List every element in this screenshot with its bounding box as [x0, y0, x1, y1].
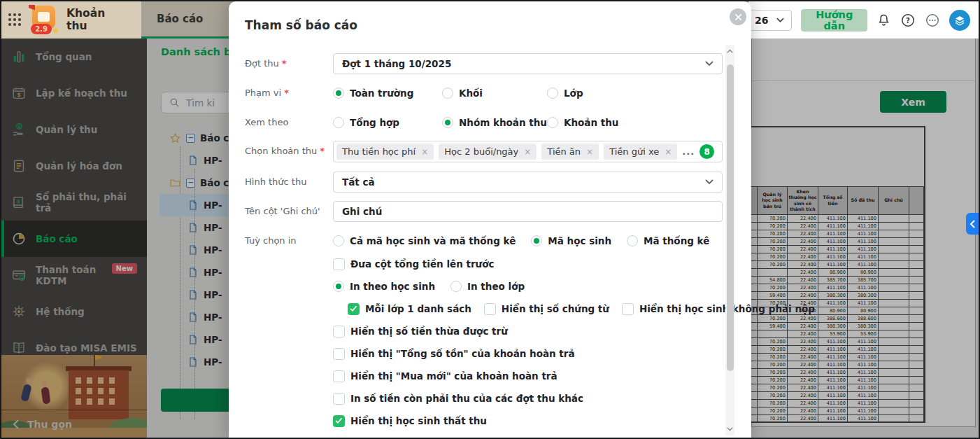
- checkbox-option[interactable]: Hiển thị "Mua mới" của khoản hoàn trả: [333, 366, 558, 386]
- chevron-down-icon: [705, 61, 713, 67]
- checkbox-option[interactable]: Hiển thị "Tổng số tồn" của khoản hoàn tr…: [333, 344, 575, 363]
- radio-option[interactable]: Mã học sinh: [531, 235, 611, 246]
- chevron-down-icon: [776, 18, 784, 23]
- tab-bao-cao[interactable]: Báo cáo: [141, 1, 218, 36]
- radio-option[interactable]: Tổng hợp: [333, 117, 442, 128]
- radio-icon: [627, 235, 638, 246]
- remove-tag-icon[interactable]: ×: [421, 147, 428, 157]
- radio-label: In theo lớp: [467, 281, 525, 292]
- field-label: Phạm vi: [245, 88, 281, 98]
- radio-icon: [547, 117, 558, 128]
- field-label: Hình thức thu: [245, 172, 306, 193]
- checkbox-icon: [333, 258, 345, 270]
- app-title: Khoản thu: [66, 8, 121, 33]
- tag-chip[interactable]: Học 2 buổi/ngày×: [439, 144, 537, 160]
- pham-vi-radio-group: Toàn trườngKhốiLớp: [333, 83, 723, 103]
- radio-option[interactable]: In theo lớp: [450, 281, 525, 292]
- print-by-radio-group: In theo học sinhIn theo lớp: [333, 277, 525, 296]
- chevron-down-icon: [705, 179, 713, 185]
- checkbox-icon: [333, 393, 345, 405]
- checkbox-label: Mỗi lớp 1 danh sách: [365, 303, 471, 314]
- tag-chip[interactable]: Thu tiền học phí×: [336, 144, 434, 160]
- scrollbar-thumb[interactable]: [727, 64, 734, 371]
- checkbox-icon: [484, 303, 496, 315]
- xem-theo-radio-group: Tổng hợpNhóm khoản thuKhoản thu: [333, 113, 723, 132]
- radio-option[interactable]: Toàn trường: [333, 88, 442, 99]
- radio-label: Toàn trường: [350, 88, 413, 99]
- guide-button[interactable]: Hướng dẫn: [801, 9, 867, 32]
- checkbox-option[interactable]: Hiển thị học sinh thất thu: [333, 411, 487, 431]
- checkbox-icon: [333, 370, 345, 382]
- radio-option[interactable]: In theo học sinh: [333, 281, 435, 292]
- checkbox-label: Hiển thị "Mua mới" của khoản hoàn trả: [350, 370, 558, 382]
- tag-chip[interactable]: Tiền ăn×: [541, 144, 599, 160]
- radio-option[interactable]: Khoản thu: [547, 117, 723, 128]
- radio-checked-icon: [333, 281, 344, 292]
- radio-label: Khoản thu: [564, 117, 618, 128]
- radio-checked-icon: [531, 235, 542, 246]
- checkbox-option[interactable]: In số tiền còn phải thu của các đợt thu …: [333, 389, 583, 408]
- tag-label: Thu tiền học phí: [342, 146, 416, 157]
- checkbox-label: Hiển thị "Tổng số tồn" của khoản hoàn tr…: [350, 348, 575, 359]
- user-avatar[interactable]: [949, 10, 970, 31]
- checkbox-label: Hiển thị học sinh thất thu: [350, 415, 487, 426]
- radio-icon: [333, 117, 344, 128]
- required-asterisk: *: [282, 58, 287, 69]
- radio-option[interactable]: Cả mã học sinh và mã thống kê: [333, 235, 516, 246]
- radio-label: In theo học sinh: [350, 281, 435, 292]
- dot-thu-select[interactable]: Đợt 1 tháng 10/2025: [333, 53, 723, 74]
- chevron-left-icon: [970, 220, 975, 228]
- close-icon[interactable]: [730, 8, 746, 25]
- radio-label: Nhóm khoản thu: [459, 117, 547, 128]
- checkbox-icon: [622, 303, 634, 315]
- app-launcher-grid-icon[interactable]: [8, 13, 22, 27]
- required-asterisk: *: [320, 146, 325, 156]
- report-params-modal: Tham số báo cáo Đợt thu* Đợt 1 tháng 10/…: [229, 1, 751, 439]
- radio-checked-icon: [333, 88, 344, 99]
- app-window: 2.9 ★ Khoản thu Báo cáo 26 Hướng dẫn ?: [0, 0, 980, 439]
- checkbox-icon: [333, 326, 345, 337]
- remove-tag-icon[interactable]: ×: [665, 147, 672, 157]
- tag-chip[interactable]: Tiền gửi xe×: [604, 144, 677, 160]
- checkbox-option[interactable]: Hiển thị số chứng từ: [484, 299, 609, 319]
- remove-tag-icon[interactable]: ×: [524, 147, 531, 157]
- chon-khoan-thu-multiselect[interactable]: Thu tiền học phí×Học 2 buổi/ngày×Tiền ăn…: [333, 141, 723, 162]
- radio-label: Mã thống kê: [644, 235, 709, 246]
- checkbox-option[interactable]: Đưa cột tổng tiền lên trước: [333, 254, 495, 274]
- more-options-icon[interactable]: [925, 11, 940, 29]
- field-label: Xem theo: [245, 113, 288, 132]
- checkbox-option[interactable]: Mỗi lớp 1 danh sách: [348, 299, 471, 319]
- checkbox-checked-icon: [333, 415, 345, 427]
- svg-text:?: ?: [906, 16, 910, 24]
- hinh-thuc-thu-select[interactable]: Tất cả: [333, 172, 723, 193]
- modal-scrollbar[interactable]: [725, 45, 734, 435]
- help-icon[interactable]: ?: [900, 11, 916, 29]
- app-brand: 2.9 ★ Khoản thu: [1, 1, 141, 39]
- radio-option[interactable]: Nhóm khoản thu: [442, 117, 547, 128]
- scroll-up-icon[interactable]: [725, 46, 734, 56]
- scroll-down-icon[interactable]: [725, 424, 734, 434]
- radio-label: Khối: [459, 88, 483, 99]
- radio-option[interactable]: Mã thống kê: [627, 235, 709, 246]
- ghi-chu-column-input[interactable]: Ghi chú: [333, 201, 723, 222]
- remove-tag-icon[interactable]: ×: [586, 147, 593, 157]
- hinh-thuc-thu-value: Tất cả: [342, 176, 375, 188]
- checkbox-label: In số tiền còn phải thu của các đợt thu …: [350, 393, 583, 404]
- tags-overflow-ellipsis: ...: [682, 146, 695, 157]
- radio-option[interactable]: Khối: [442, 88, 547, 99]
- radio-option[interactable]: Lớp: [547, 88, 723, 99]
- radio-icon: [547, 88, 558, 99]
- field-label: Chọn khoản thu: [245, 146, 317, 156]
- tag-label: Tiền gửi xe: [609, 146, 659, 157]
- selected-count-badge: 8: [700, 144, 714, 159]
- star-icon: ★: [52, 26, 60, 35]
- checkbox-option[interactable]: Hiển thị số tiền thừa được trừ: [333, 321, 508, 341]
- panel-collapse-button[interactable]: [966, 213, 979, 235]
- checkbox-option[interactable]: Hiển thị học sinh không phải nộp: [622, 299, 815, 319]
- header-controls: 26 Hướng dẫn ?: [748, 1, 979, 39]
- checkbox-label: Hiển thị số chứng từ: [502, 303, 609, 314]
- tag-label: Tiền ăn: [547, 146, 581, 157]
- radio-icon: [442, 88, 453, 99]
- notification-bell-icon[interactable]: [876, 11, 891, 29]
- app-logo: 2.9 ★: [28, 4, 60, 36]
